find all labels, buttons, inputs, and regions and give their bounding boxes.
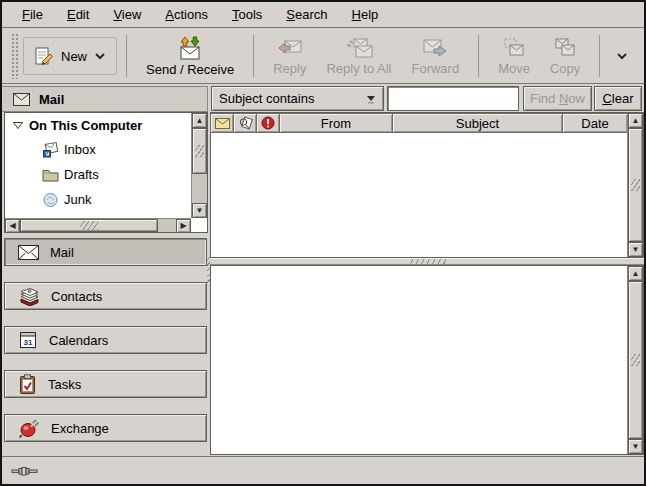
preview-splitter[interactable] [210,258,644,265]
copy-button[interactable]: Copy [540,33,590,80]
reply-icon [277,37,303,59]
toolbar-separator [126,35,127,77]
column-date[interactable]: Date [562,113,628,133]
message-list-header: From Subject Date [211,113,628,133]
scroll-down-button[interactable]: ▼ [628,439,643,454]
tree-item-junk[interactable]: Junk [6,187,190,212]
column-subject[interactable]: Subject [392,113,563,133]
toolbar-separator [599,35,600,77]
calendar-icon: 31 [18,330,38,350]
message-list-vertical-scrollbar: ▲ ▼ [627,113,643,257]
tree-item-inbox[interactable]: Inbox [6,137,190,162]
switcher-label: Tasks [48,377,81,392]
tree-item-label: Drafts [64,167,99,182]
scrollbar-thumb[interactable] [20,219,158,232]
column-message-status[interactable] [210,113,234,133]
new-button[interactable]: New [23,37,117,75]
message-list[interactable]: From Subject Date ▲ ▼ [210,112,644,258]
switcher-contacts-button[interactable]: Contacts [4,282,207,310]
menu-view[interactable]: View [101,3,153,26]
copy-icon [553,37,577,59]
tree-item-on-this-computer[interactable]: On This Computer [6,114,190,137]
scrollbar-thumb[interactable] [628,281,643,439]
scroll-up-button[interactable]: ▲ [628,113,643,128]
forward-button[interactable]: Forward [401,33,469,80]
contacts-icon [18,286,40,306]
online-status-plug-icon[interactable] [11,465,41,477]
move-icon [502,37,526,59]
reply-to-all-label: Reply to All [326,61,391,76]
scrollbar-thumb[interactable] [628,128,643,242]
thumb-grip [80,221,98,230]
toolbar-separator [478,35,479,77]
menu-actions[interactable]: Actions [153,3,220,26]
toolbar-overflow-button[interactable] [612,48,632,64]
move-button[interactable]: Move [488,33,540,80]
toolbar: New Send / Receive [2,29,644,84]
svg-text:31: 31 [24,338,33,347]
tree-item-label: Inbox [64,142,96,157]
scrollbar-thumb[interactable] [192,128,207,174]
splitter-grip [408,259,446,264]
search-input[interactable] [387,86,519,111]
scrollbar-track[interactable] [20,219,176,232]
scroll-down-button[interactable]: ▼ [628,242,643,257]
menu-file[interactable]: File [10,3,55,26]
tree-item-label: Junk [64,192,91,207]
scrollbar-track[interactable] [192,128,207,203]
switcher-exchange-button[interactable]: Exchange [4,414,207,442]
expander-open-icon[interactable] [12,121,24,130]
switcher-label: Calendars [49,333,108,348]
folder-tree-rows: On This Computer Inbox [6,114,190,217]
status-bar [2,456,644,484]
tree-item-drafts[interactable]: Drafts [6,162,190,187]
forward-label: Forward [411,61,459,76]
switcher-tasks-button[interactable]: Tasks [4,370,207,398]
menu-help[interactable]: Help [340,3,391,26]
scroll-down-button[interactable]: ▼ [192,203,207,218]
scroll-up-button[interactable]: ▲ [192,113,207,128]
switcher-mail-button[interactable]: Mail [4,238,207,266]
scrollbar-track[interactable] [628,128,643,242]
scroll-left-button[interactable]: ◀ [5,219,20,233]
column-priority[interactable] [256,113,280,133]
mail-header-envelope-icon [13,93,30,106]
folder-icon [42,168,59,182]
column-attachment[interactable] [233,113,257,133]
tree-root-label: On This Computer [29,118,142,133]
sidebar-header: Mail [2,86,208,112]
preview-pane[interactable]: ▲ ▼ [210,265,644,455]
evolution-main-window: File Edit View Actions Tools Search Help… [0,0,646,486]
scroll-up-button[interactable]: ▲ [628,266,643,281]
find-now-button[interactable]: Find Now [523,86,592,111]
toolbar-drag-handle[interactable] [11,33,18,79]
copy-label: Copy [550,61,580,76]
search-criteria-value: Subject contains [219,91,314,106]
thumb-grip [631,179,640,191]
search-criteria-dropdown[interactable]: Subject contains [211,86,384,111]
switcher-label: Mail [50,245,74,260]
menu-bar: File Edit View Actions Tools Search Help [2,2,644,28]
switcher-label: Exchange [51,421,109,436]
reply-to-all-button[interactable]: Reply to All [316,33,401,80]
forward-icon [422,37,448,59]
menu-search[interactable]: Search [274,3,339,26]
clear-button[interactable]: Clear [594,86,642,111]
junk-icon [42,192,59,208]
menu-edit[interactable]: Edit [55,3,101,26]
reply-label: Reply [273,61,306,76]
thumb-grip [631,354,640,366]
new-message-icon [34,46,54,66]
mail-icon [18,245,39,260]
send-receive-button[interactable]: Send / Receive [136,32,244,81]
chevron-down-icon [94,52,106,60]
column-from[interactable]: From [279,113,393,133]
reply-button[interactable]: Reply [263,33,316,80]
toolbar-separator [253,35,254,77]
tasks-icon [18,374,37,395]
scroll-right-button[interactable]: ▶ [176,219,191,233]
switcher-calendars-button[interactable]: 31 Calendars [4,326,207,354]
thumb-grip [195,145,204,157]
scrollbar-track[interactable] [628,281,643,439]
menu-tools[interactable]: Tools [220,3,274,26]
